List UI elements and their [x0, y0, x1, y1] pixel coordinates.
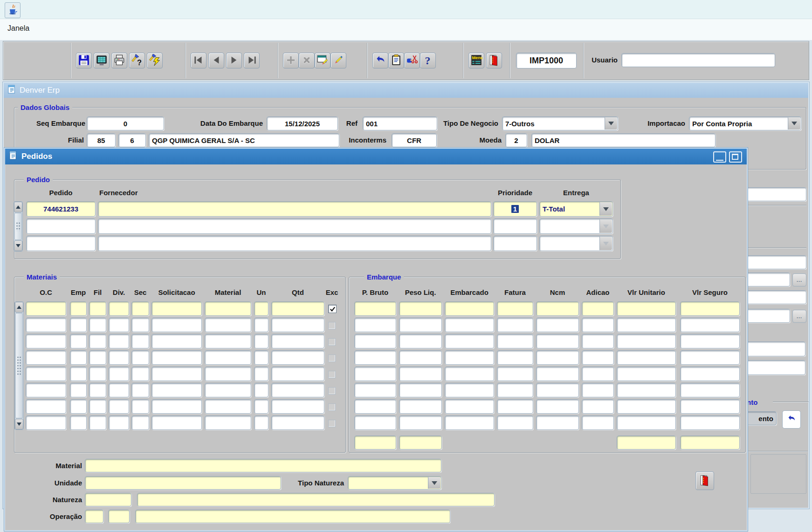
materiais-cell[interactable]	[131, 416, 149, 430]
materiais-cell[interactable]	[271, 416, 324, 430]
prioridade-cell[interactable]	[493, 218, 537, 234]
filial-code1-field[interactable]: 85	[87, 133, 116, 147]
embarque-cell[interactable]	[536, 367, 579, 381]
previous-record-button[interactable]	[208, 53, 224, 68]
embarque-cell[interactable]	[617, 383, 676, 397]
pedido-cell[interactable]	[26, 236, 96, 251]
operacao-code2-field[interactable]	[108, 510, 130, 523]
materiais-cell[interactable]	[89, 301, 106, 316]
materiais-cell[interactable]	[131, 318, 149, 332]
first-record-button[interactable]	[191, 53, 206, 68]
embarque-cell[interactable]	[354, 383, 396, 397]
embarque-cell[interactable]	[536, 318, 579, 332]
materiais-cell[interactable]	[89, 334, 106, 348]
embarque-cell[interactable]	[445, 367, 494, 381]
fornecedor-cell[interactable]	[98, 201, 491, 217]
materiais-cell[interactable]	[205, 318, 251, 332]
materiais-cell[interactable]	[131, 301, 149, 316]
embarque-cell[interactable]	[445, 383, 494, 397]
embarque-cell[interactable]	[680, 367, 740, 381]
embarque-cell[interactable]	[582, 334, 614, 348]
materiais-scrollbar[interactable]	[14, 301, 24, 430]
bg-field[interactable]	[745, 290, 806, 304]
maximize-button[interactable]	[729, 151, 742, 163]
java-app-button[interactable]	[5, 2, 21, 18]
bg-field[interactable]	[745, 255, 806, 269]
embarque-cell[interactable]	[536, 399, 579, 414]
module-code-field[interactable]: IMP1000	[516, 53, 577, 68]
embarque-cell[interactable]	[680, 318, 740, 332]
embarque-cell[interactable]	[582, 399, 614, 414]
embarque-cell[interactable]	[536, 350, 579, 365]
exit-button[interactable]	[695, 471, 714, 490]
embarque-cell[interactable]	[617, 416, 676, 430]
embarque-cell[interactable]	[399, 399, 442, 414]
insert-record-button[interactable]	[283, 53, 299, 68]
embarque-cell[interactable]	[497, 350, 533, 365]
materiais-cell[interactable]	[151, 318, 202, 332]
materiais-cell[interactable]	[26, 399, 66, 414]
bg-field[interactable]	[745, 360, 805, 375]
materiais-cell[interactable]	[205, 301, 251, 316]
materiais-cell[interactable]	[254, 318, 268, 332]
seq-embarque-field[interactable]: 0	[87, 116, 164, 130]
moeda-name-field[interactable]: DOLAR	[531, 133, 716, 147]
materiais-cell[interactable]	[254, 301, 268, 316]
embarque-cell[interactable]	[354, 399, 396, 414]
chevron-down-icon[interactable]	[599, 237, 612, 250]
scroll-down-icon[interactable]	[15, 419, 23, 430]
data-embarque-field[interactable]: 15/12/2025	[267, 116, 338, 130]
filial-name-field[interactable]: QGP QUIMICA GERAL S/A - SC	[149, 133, 339, 147]
moeda-code-field[interactable]: 2	[505, 133, 527, 147]
materiais-cell[interactable]	[109, 383, 129, 397]
undo-button[interactable]	[372, 53, 388, 68]
print-button[interactable]	[111, 53, 127, 68]
embarque-cell[interactable]	[582, 301, 614, 316]
materiais-cell[interactable]	[109, 416, 129, 430]
embarque-cell[interactable]	[497, 301, 533, 316]
materiais-cell[interactable]	[89, 383, 106, 397]
edit-window-button[interactable]	[315, 53, 330, 68]
next-record-button[interactable]	[226, 53, 242, 68]
materiais-cell[interactable]	[254, 383, 268, 397]
materiais-cell[interactable]	[70, 416, 87, 430]
materiais-cell[interactable]	[131, 399, 149, 414]
materiais-cell[interactable]	[131, 383, 149, 397]
materiais-cell[interactable]	[89, 399, 106, 414]
materiais-cell[interactable]	[271, 350, 324, 365]
materiais-cell[interactable]	[271, 399, 324, 414]
materiais-cell[interactable]	[151, 334, 202, 348]
materiais-cell[interactable]	[70, 334, 87, 348]
embarque-cell[interactable]	[445, 399, 494, 414]
embarque-cell[interactable]	[582, 383, 614, 397]
enter-query-button[interactable]: ?	[129, 53, 145, 68]
materiais-cell[interactable]	[26, 318, 66, 332]
usuario-input[interactable]	[621, 53, 775, 67]
exit-button[interactable]	[486, 53, 502, 68]
embarque-cell[interactable]	[399, 383, 442, 397]
materiais-cell[interactable]	[151, 416, 202, 430]
materiais-cell[interactable]	[26, 350, 66, 365]
importacao-dropdown[interactable]: Por Conta Propria	[689, 116, 801, 130]
pedido-scrollbar[interactable]	[14, 201, 23, 252]
materiais-cell[interactable]	[254, 367, 268, 381]
embarque-cell[interactable]	[445, 318, 494, 332]
save-button[interactable]	[76, 53, 92, 68]
chevron-down-icon[interactable]	[605, 117, 617, 130]
materiais-cell[interactable]	[89, 416, 106, 430]
embarque-cell[interactable]	[445, 301, 494, 316]
materiais-cell[interactable]	[151, 399, 202, 414]
ellipsis-button[interactable]: ...	[792, 310, 806, 323]
embarque-cell[interactable]	[680, 383, 740, 397]
embarque-cell[interactable]	[680, 334, 740, 348]
embarque-cell[interactable]	[497, 318, 533, 332]
embarque-cell[interactable]	[536, 301, 579, 316]
materiais-cell[interactable]	[205, 399, 251, 414]
embarque-cell[interactable]	[399, 334, 442, 348]
embarque-cell[interactable]	[497, 399, 533, 414]
unidade-field[interactable]	[85, 476, 281, 490]
embarque-cell[interactable]	[399, 367, 442, 381]
materiais-cell[interactable]	[70, 350, 87, 365]
embarque-cell[interactable]	[399, 318, 442, 332]
embarque-cell[interactable]	[354, 301, 396, 316]
